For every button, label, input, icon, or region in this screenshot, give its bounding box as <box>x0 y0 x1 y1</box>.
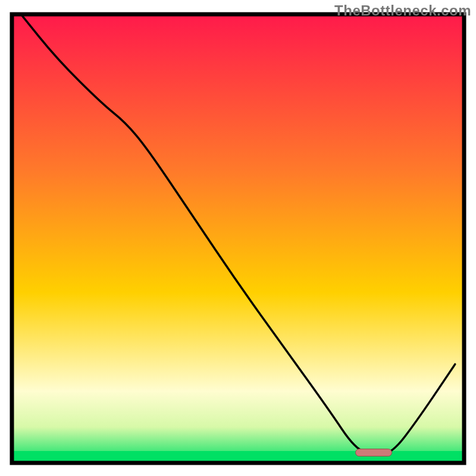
watermark-text: TheBottleneck.com <box>334 2 471 19</box>
chart-container: TheBottleneck.com <box>0 0 476 476</box>
bottleneck-chart <box>0 0 476 476</box>
optimal-range-marker <box>356 449 392 456</box>
